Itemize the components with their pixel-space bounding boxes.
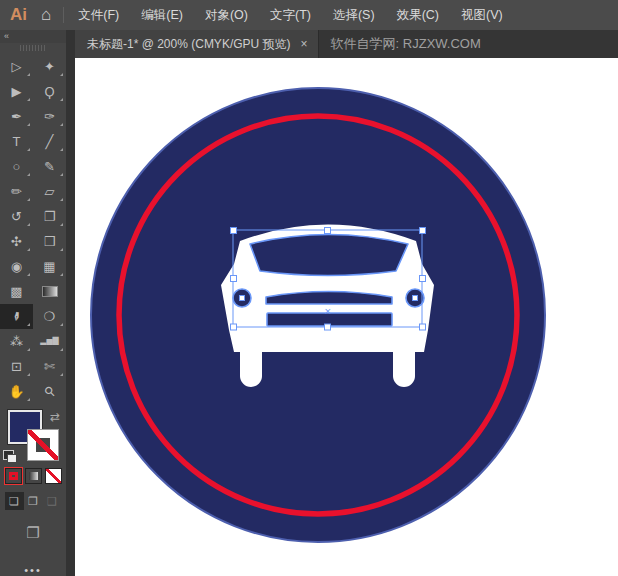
car-wheel-right[interactable]	[393, 351, 415, 387]
direct-selection-icon: ▶	[12, 85, 22, 98]
hand-icon: ✋	[8, 385, 24, 398]
anchor-point[interactable]	[240, 296, 245, 301]
artboard-canvas[interactable]: ×	[75, 58, 618, 576]
draw-normal-icon: ❏	[9, 495, 19, 508]
column-graph-icon: ▂▅▇	[40, 337, 58, 345]
blend-tool[interactable]: ❍	[33, 304, 66, 329]
type-tool[interactable]: T	[0, 129, 33, 154]
draw-inside-icon: ❑	[47, 495, 57, 508]
symbol-sprayer-tool[interactable]: ⁂	[0, 329, 33, 354]
screen-mode-icon: ❐	[26, 524, 39, 541]
symbol-sprayer-icon: ⁂	[10, 335, 23, 348]
mesh-icon: ▩	[10, 285, 22, 298]
perspective-grid-tool[interactable]: ▦	[33, 254, 66, 279]
blend-icon: ❍	[44, 310, 56, 323]
ellipse-tool[interactable]: ○	[0, 154, 33, 179]
pen-icon: ✒	[11, 110, 22, 123]
color-button[interactable]	[5, 468, 22, 484]
pencil-tool[interactable]: ✏	[0, 179, 33, 204]
width-icon: ✣	[11, 235, 22, 248]
car-wheel-left[interactable]	[240, 351, 262, 387]
scale-icon: ❐	[44, 210, 56, 223]
fill-stroke-control: ⇄	[0, 408, 66, 461]
document-tab[interactable]: 未标题-1* @ 200% (CMYK/GPU 预览) ×	[75, 30, 319, 58]
shape-builder-tool[interactable]: ◉	[0, 254, 33, 279]
menu-edit[interactable]: 编辑(E)	[141, 7, 183, 24]
ellipse-icon: ○	[13, 160, 21, 173]
tools-panel: « ▷ ✦ ▶ Ϙ ✒ ✑ T ╱ ○ ✎ ✏ ▱ ↺ ❐ ✣ ❒ ◉	[0, 30, 66, 576]
zoom-tool[interactable]: ⚲	[33, 379, 66, 404]
column-graph-tool[interactable]: ▂▅▇	[33, 329, 66, 354]
curvature-icon: ✑	[44, 110, 55, 123]
paintbrush-tool[interactable]: ✎	[33, 154, 66, 179]
default-fill-stroke-icon[interactable]	[3, 450, 14, 460]
pen-tool[interactable]: ✒	[0, 104, 33, 129]
draw-normal-mode[interactable]: ❏	[5, 492, 24, 510]
menu-type[interactable]: 文字(T)	[270, 7, 311, 24]
lasso-tool[interactable]: Ϙ	[33, 79, 66, 104]
tab-close-icon[interactable]: ×	[301, 37, 308, 51]
menu-view[interactable]: 视图(V)	[461, 7, 503, 24]
selection-handle[interactable]	[420, 324, 426, 330]
artboard-tool[interactable]: ⊡	[0, 354, 33, 379]
selection-handle[interactable]	[325, 228, 331, 234]
color-type-buttons	[0, 468, 66, 484]
selection-handle[interactable]	[420, 276, 426, 282]
scale-tool[interactable]: ❐	[33, 204, 66, 229]
hand-tool[interactable]: ✋	[0, 379, 33, 404]
drawing-modes: ❏ ❐ ❑	[0, 492, 66, 510]
direct-selection-tool[interactable]: ▶	[0, 79, 33, 104]
document-tab-bar: 未标题-1* @ 200% (CMYK/GPU 预览) × 软件自学网: RJZ…	[75, 30, 618, 58]
gradient-icon	[42, 286, 58, 297]
watermark-text: 软件自学网: RJZXW.COM	[319, 30, 481, 58]
swap-fill-stroke-icon[interactable]: ⇄	[50, 410, 60, 424]
perspective-grid-icon: ▦	[43, 260, 55, 273]
collapse-panel-icon[interactable]: «	[4, 31, 9, 41]
shape-builder-icon: ◉	[11, 260, 22, 273]
selection-handle[interactable]	[231, 324, 237, 330]
artboard-icon: ⊡	[11, 360, 22, 373]
panel-header: «	[0, 30, 66, 43]
gradient-tool[interactable]	[33, 279, 66, 304]
magic-wand-tool[interactable]: ✦	[33, 54, 66, 79]
pencil-icon: ✏	[11, 185, 22, 198]
free-transform-tool[interactable]: ❒	[33, 229, 66, 254]
width-tool[interactable]: ✣	[0, 229, 33, 254]
selection-handle[interactable]	[231, 276, 237, 282]
curvature-tool[interactable]: ✑	[33, 104, 66, 129]
draw-behind-mode[interactable]: ❐	[24, 492, 43, 510]
menu-bar: Ai ⌂ 文件(F) 编辑(E) 对象(O) 文字(T) 选择(S) 效果(C)…	[0, 0, 618, 30]
gradient-button[interactable]	[25, 468, 42, 484]
eraser-tool[interactable]: ▱	[33, 179, 66, 204]
illustrator-logo[interactable]: Ai	[10, 5, 27, 25]
stroke-swatch[interactable]	[27, 429, 59, 461]
rotate-tool[interactable]: ↺	[0, 204, 33, 229]
home-icon[interactable]: ⌂	[41, 5, 51, 25]
draw-inside-mode[interactable]: ❑	[43, 492, 62, 510]
slice-tool[interactable]: ✄	[33, 354, 66, 379]
eyedropper-tool[interactable]: ✒	[0, 304, 33, 329]
zoom-icon: ⚲	[42, 383, 58, 399]
car-windshield[interactable]	[250, 235, 408, 276]
none-button[interactable]	[45, 468, 62, 484]
change-screen-mode-button[interactable]: ❐	[0, 524, 66, 542]
selection-handle[interactable]	[420, 228, 426, 234]
magic-wand-icon: ✦	[44, 60, 55, 73]
selection-tool[interactable]: ▷	[0, 54, 33, 79]
line-segment-tool[interactable]: ╱	[33, 129, 66, 154]
rotate-icon: ↺	[11, 210, 22, 223]
menu-file[interactable]: 文件(F)	[78, 7, 119, 24]
menu-select[interactable]: 选择(S)	[333, 7, 375, 24]
selection-handle[interactable]	[325, 324, 331, 330]
menu-effect[interactable]: 效果(C)	[397, 7, 439, 24]
selection-handle[interactable]	[231, 228, 237, 234]
edit-toolbar-button[interactable]: •••	[0, 564, 66, 576]
mesh-tool[interactable]: ▩	[0, 279, 33, 304]
menu-object[interactable]: 对象(O)	[205, 7, 248, 24]
eraser-icon: ▱	[45, 185, 55, 198]
panel-grip[interactable]	[0, 43, 66, 54]
menu-items: 文件(F) 编辑(E) 对象(O) 文字(T) 选择(S) 效果(C) 视图(V…	[78, 7, 502, 24]
tab-title: 未标题-1* @ 200% (CMYK/GPU 预览)	[87, 36, 291, 53]
slice-icon: ✄	[44, 360, 55, 373]
anchor-point[interactable]	[413, 296, 418, 301]
